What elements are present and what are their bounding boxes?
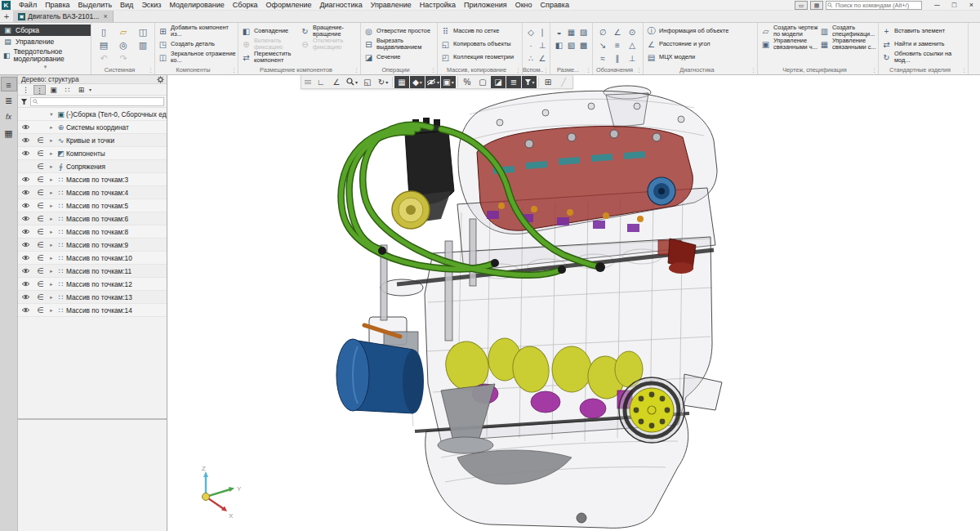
tree-array-icon[interactable]: ∷	[61, 85, 74, 95]
aux-command-icon[interactable]: ⊥	[539, 41, 546, 50]
designation-command-icon[interactable]: ≡	[615, 41, 620, 50]
normal-to-plane-icon[interactable]: ∟	[314, 76, 328, 88]
tree-item[interactable]: ∈ ▸ ∷ Массив по точкам:6	[18, 212, 167, 225]
include-icon[interactable]: ∈	[33, 175, 47, 184]
toolbar-grip[interactable]	[303, 80, 313, 84]
include-icon[interactable]: ∈	[33, 279, 47, 288]
visibility-eye-icon[interactable]	[18, 136, 33, 145]
menu-item[interactable]: Сборка	[229, 1, 262, 9]
dimension-command-icon[interactable]: ▨	[580, 28, 587, 37]
minimize-button[interactable]: ─	[929, 0, 946, 11]
expand-icon[interactable]: ▸	[47, 255, 56, 261]
tree-item[interactable]: ∈ ▸ ⊕ Системы координат	[18, 121, 167, 134]
mode-tab-management[interactable]: ▤ Управление	[0, 36, 91, 47]
list-panel-icon[interactable]: ≣	[1, 93, 17, 108]
expand-icon[interactable]: ▸	[47, 307, 56, 314]
group-options-icon[interactable]: ⋮	[636, 66, 642, 74]
system-command-icon[interactable]: ▥	[139, 40, 147, 51]
menu-item[interactable]: Настройка	[416, 1, 460, 9]
ribbon-command[interactable]: ◳Создать деталь	[158, 38, 236, 51]
tree-item[interactable]: ∈ ▸ ∷ Массив по точкам:14	[18, 304, 167, 317]
group-options-icon[interactable]: ⋮	[543, 66, 549, 74]
ribbon-command[interactable]: ⊟Вырезать выдавливанием	[363, 38, 435, 51]
menu-item[interactable]: Эскиз	[137, 1, 165, 9]
mode-tabs-expander[interactable]: ▾	[0, 64, 91, 70]
tree-item[interactable]: ∈ ▸ ∷ Массив по точкам:10	[18, 252, 167, 265]
tree-assembly-icon[interactable]: ▣	[47, 85, 60, 95]
ribbon-command[interactable]: ↻Вращение-вращение	[300, 25, 359, 38]
aux-command-icon[interactable]: ∴	[528, 54, 533, 63]
dimension-command-icon[interactable]: ▦	[568, 28, 575, 37]
designation-command-icon[interactable]: ⊙	[629, 28, 635, 37]
mode-tab-assembly[interactable]: ▣ Сборка	[0, 25, 91, 36]
system-command-icon[interactable]: ◫	[139, 27, 147, 38]
expand-icon[interactable]: ▸	[47, 137, 56, 144]
tree-filter-input[interactable]	[30, 97, 164, 106]
ribbon-command[interactable]: ▤МЦХ модели	[646, 51, 755, 64]
menu-item[interactable]: Моделирование	[165, 1, 228, 9]
ribbon-command[interactable]: ⊕Включить фиксацию	[241, 38, 300, 51]
ribbon-command[interactable]: ↻Обновить ссылки на мод...	[881, 51, 966, 64]
designation-command-icon[interactable]: ≈	[600, 54, 605, 63]
engine-part-flywheel-flange[interactable]	[619, 377, 684, 443]
tree-item[interactable]: ∈ ▸ ◩ Компоненты	[18, 147, 167, 160]
expand-icon[interactable]: ▸	[47, 150, 56, 157]
tree-item[interactable]: ∈ ▸ ∮ Сопряжения	[18, 160, 167, 173]
system-command-icon[interactable]: ↷	[119, 53, 127, 64]
rotate-icon[interactable]: ↻▾	[376, 76, 390, 88]
ribbon-command[interactable]: ⊖Отключить фиксацию	[300, 38, 359, 51]
visibility-eye-icon[interactable]	[18, 123, 33, 132]
group-options-icon[interactable]: ⋮	[515, 66, 521, 74]
system-command-icon[interactable]: ▯	[101, 27, 106, 38]
engine-part-cam-bearing[interactable]	[648, 177, 675, 205]
group-options-icon[interactable]: ⋮	[586, 66, 591, 74]
parameters-panel-icon[interactable]: ▦	[1, 126, 17, 141]
tree-item[interactable]: ∈ ▸ ∷ Массив по точкам:9	[18, 239, 167, 252]
dimension-command-icon[interactable]: ▩	[580, 41, 587, 50]
menu-item[interactable]: Вид	[116, 1, 137, 9]
ribbon-command[interactable]: +Вставить элемент	[881, 25, 966, 38]
clip-view-icon[interactable]: ▣▾	[441, 76, 456, 88]
tree-item[interactable]: ∈ ▸ ∷ Массив по точкам:13	[18, 291, 167, 304]
menu-item[interactable]: Управление	[367, 1, 416, 9]
designation-command-icon[interactable]: ⊥	[629, 54, 636, 63]
group-options-icon[interactable]: ⋮	[231, 66, 237, 74]
include-icon[interactable]: ∈	[33, 162, 47, 171]
tree-item[interactable]: ∈ ▸ ∷ Массив по точкам:12	[18, 278, 167, 291]
grid-icon[interactable]: ⊞	[541, 76, 555, 88]
layers-icon[interactable]: ≣	[506, 76, 521, 88]
include-icon[interactable]: ∈	[33, 149, 47, 158]
ribbon-command[interactable]: ◫Зеркальное отражение ко...	[158, 51, 236, 64]
tree-root-item[interactable]: ▾ ▣ (-)Сборка (Тел-0, Сборочных единиц	[18, 108, 167, 121]
include-icon[interactable]: ∈	[33, 188, 47, 197]
tree-view-sequence-icon[interactable]: ⋮	[33, 85, 46, 95]
visibility-eye-icon[interactable]	[18, 149, 33, 158]
display-mode-icon[interactable]: ◆▾	[410, 76, 425, 88]
include-icon[interactable]: ∈	[33, 227, 47, 236]
expand-icon[interactable]: ▸	[47, 216, 56, 222]
menu-item[interactable]: Приложения	[460, 1, 511, 9]
dimension-command-icon[interactable]: ◧	[555, 41, 563, 50]
engine-part-breather-cap[interactable]	[392, 191, 430, 229]
designation-command-icon[interactable]: ∥	[616, 54, 620, 63]
engine-3d-model[interactable]: Z Y X	[167, 75, 980, 531]
tab-close-icon[interactable]: ×	[103, 12, 107, 20]
tree-relations-icon[interactable]: ⊞	[75, 85, 87, 95]
command-search-input[interactable]	[826, 1, 922, 10]
include-icon[interactable]: ∈	[33, 214, 47, 223]
group-options-icon[interactable]: ⋮	[871, 66, 877, 74]
gear-icon[interactable]	[157, 76, 164, 83]
bounding-box-icon[interactable]: ▢	[475, 76, 490, 88]
menu-item[interactable]: Оформление	[262, 1, 316, 9]
dimension-command-icon[interactable]: ▧	[568, 41, 575, 50]
tree-item[interactable]: ∈ ▸ ∷ Массив по точкам:4	[18, 186, 167, 199]
ribbon-command[interactable]: ⇄Найти и заменить	[881, 38, 966, 51]
dimension-command-icon[interactable]: ◒	[556, 28, 561, 37]
tree-item[interactable]: ∈ ▸ ∷ Массив по точкам:5	[18, 199, 167, 212]
menu-item[interactable]: Правка	[41, 1, 74, 9]
expand-icon[interactable]: ▸	[47, 268, 56, 274]
document-tab[interactable]: ▣ Двигатель ВАЗ-2101... ×	[13, 11, 114, 22]
expand-icon[interactable]: ▸	[47, 242, 56, 248]
system-command-icon[interactable]: ◎	[119, 40, 127, 51]
ribbon-command[interactable]: ⊞Добавить компонент из...	[158, 25, 236, 38]
